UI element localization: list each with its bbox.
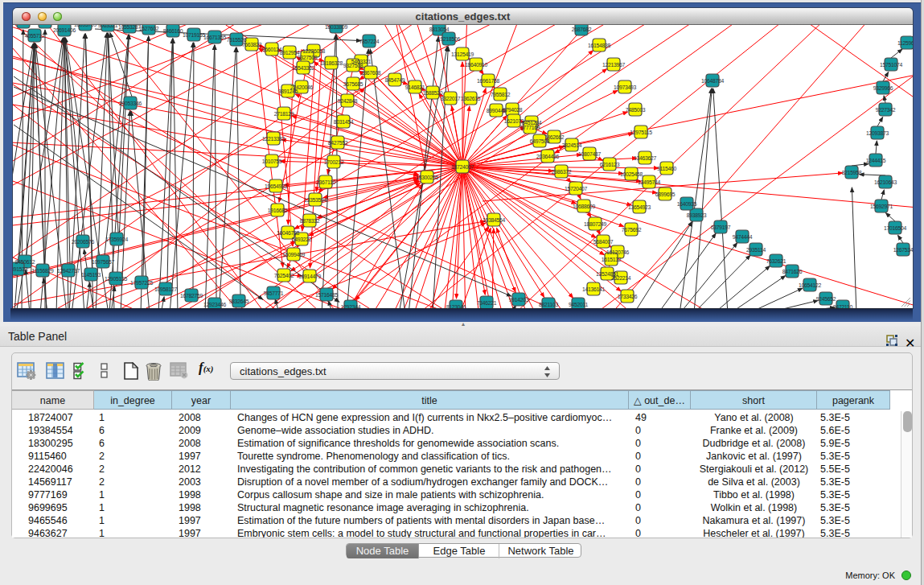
svg-text:8123046: 8123046: [446, 304, 466, 309]
svg-text:9245652: 9245652: [816, 296, 836, 302]
svg-text:9391533: 9391533: [13, 266, 28, 272]
svg-text:9242848: 9242848: [338, 98, 358, 104]
svg-text:2867608: 2867608: [361, 70, 381, 76]
svg-text:10025458: 10025458: [620, 171, 643, 177]
svg-text:17016504: 17016504: [884, 225, 906, 231]
svg-text:9832645: 9832645: [229, 299, 249, 304]
svg-text:9472110: 9472110: [833, 304, 852, 309]
svg-text:8813054: 8813054: [429, 27, 450, 32]
svg-text:1640935: 1640935: [677, 201, 697, 207]
svg-text:12923446: 12923446: [203, 302, 226, 307]
svg-text:8471626: 8471626: [782, 269, 803, 274]
svg-text:19654933: 19654933: [265, 183, 287, 189]
svg-text:18724007: 18724007: [451, 164, 474, 170]
svg-text:2718129: 2718129: [274, 111, 294, 117]
svg-text:16093709: 16093709: [74, 25, 97, 27]
svg-text:17359924: 17359924: [105, 237, 128, 242]
svg-text:8878332: 8878332: [300, 218, 320, 224]
svg-text:1916682: 1916682: [268, 208, 288, 213]
svg-text:1267534: 1267534: [893, 247, 913, 253]
svg-text:5493222: 5493222: [292, 237, 312, 242]
svg-text:15692971: 15692971: [870, 204, 893, 209]
svg-text:8215958: 8215958: [842, 170, 862, 175]
svg-text:4055712: 4055712: [25, 33, 45, 39]
svg-text:9914203: 9914203: [509, 297, 529, 303]
svg-text:10553287: 10553287: [118, 25, 141, 30]
svg-text:16120746: 16120746: [606, 249, 629, 255]
svg-text:20053346: 20053346: [119, 101, 142, 106]
svg-text:16782759: 16782759: [180, 293, 203, 299]
svg-text:9146821: 9146821: [405, 84, 425, 90]
svg-text:8821103: 8821103: [539, 302, 558, 307]
svg-text:9329966: 9329966: [873, 85, 893, 91]
svg-text:12093873: 12093873: [866, 130, 889, 136]
svg-text:13495744: 13495744: [638, 179, 660, 185]
svg-text:7346221: 7346221: [477, 300, 497, 306]
svg-text:10975657: 10975657: [92, 259, 114, 265]
svg-text:16046788: 16046788: [277, 230, 299, 236]
svg-text:10973493: 10973493: [614, 84, 636, 90]
svg-text:2522214: 2522214: [611, 275, 631, 281]
svg-text:9327508: 9327508: [343, 63, 363, 68]
svg-text:15751074: 15751074: [880, 62, 902, 68]
svg-text:9327509: 9327509: [298, 55, 318, 60]
svg-text:7675692: 7675692: [622, 227, 642, 233]
svg-text:6794028: 6794028: [503, 107, 523, 113]
svg-text:7632621: 7632621: [766, 258, 786, 264]
svg-text:10958127: 10958127: [154, 286, 177, 292]
svg-text:10654122: 10654122: [799, 282, 821, 288]
svg-text:12213967: 12213967: [602, 62, 625, 68]
svg-text:16961758: 16961758: [477, 78, 499, 84]
svg-text:12942737: 12942737: [57, 268, 80, 274]
svg-text:12213383: 12213383: [262, 136, 285, 142]
svg-text:6379197: 6379197: [711, 225, 731, 230]
svg-text:15720407: 15720407: [565, 186, 587, 192]
svg-text:1588520: 1588520: [423, 90, 443, 96]
svg-text:10807487: 10807487: [578, 151, 601, 157]
svg-text:9457771: 9457771: [264, 290, 284, 296]
svg-text:7485003: 7485003: [626, 107, 646, 113]
svg-text:8466160: 8466160: [163, 28, 183, 34]
svg-text:12975115: 12975115: [630, 130, 652, 135]
svg-text:9227342: 9227342: [876, 107, 896, 113]
svg-text:10688609: 10688609: [573, 204, 595, 209]
svg-text:9777169: 9777169: [520, 125, 540, 130]
svg-text:6216123: 6216123: [600, 162, 620, 167]
svg-text:8427552: 8427552: [328, 140, 348, 146]
svg-text:18807249: 18807249: [584, 221, 606, 227]
svg-text:20691406: 20691406: [53, 27, 76, 33]
svg-text:18300295: 18300295: [416, 175, 438, 180]
svg-text:16210643: 16210643: [874, 179, 897, 185]
svg-text:1700212: 1700212: [324, 159, 344, 165]
svg-text:1362615: 1362615: [461, 96, 481, 101]
svg-text:1615132: 1615132: [602, 257, 622, 262]
svg-text:8322017: 8322017: [441, 96, 461, 101]
svg-text:6899695: 6899695: [655, 192, 676, 197]
svg-text:3675685: 3675685: [343, 81, 363, 87]
svg-text:1527602: 1527602: [139, 26, 159, 31]
svg-text:2687682: 2687682: [572, 27, 592, 32]
svg-text:8938923: 8938923: [687, 212, 707, 218]
svg-text:2367110: 2367110: [316, 179, 335, 185]
svg-text:1733426: 1733426: [618, 294, 638, 299]
svg-text:3824514: 3824514: [562, 142, 582, 148]
svg-text:9452011: 9452011: [569, 302, 588, 307]
svg-text:16033809: 16033809: [325, 25, 347, 30]
svg-text:1125963: 1125963: [897, 40, 913, 46]
svg-text:16914479: 16914479: [298, 274, 321, 279]
svg-text:12226058: 12226058: [302, 48, 325, 54]
svg-text:7857224: 7857224: [359, 39, 380, 44]
svg-text:1292344: 1292344: [341, 304, 361, 309]
svg-text:1244415: 1244415: [866, 158, 886, 163]
svg-text:15716485: 15716485: [315, 292, 338, 298]
svg-text:13463627: 13463627: [634, 155, 656, 161]
svg-text:14136141: 14136141: [582, 286, 605, 292]
svg-text:16099469: 16099469: [282, 252, 305, 257]
svg-text:9891245: 9891245: [278, 89, 298, 94]
svg-text:10719155: 10719155: [183, 32, 205, 38]
svg-text:8454749: 8454749: [385, 77, 405, 83]
svg-text:18186328: 18186328: [320, 60, 343, 66]
svg-text:12905135: 12905135: [105, 276, 127, 282]
svg-text:11156829: 11156829: [32, 268, 54, 274]
svg-text:10648784: 10648784: [701, 78, 724, 84]
